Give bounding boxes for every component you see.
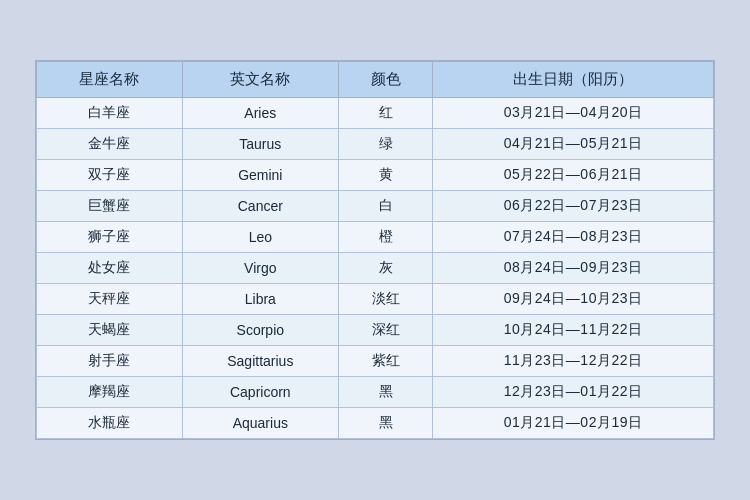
cell-dates: 05月22日—06月21日 bbox=[433, 160, 714, 191]
cell-dates: 06月22日—07月23日 bbox=[433, 191, 714, 222]
cell-dates: 11月23日—12月22日 bbox=[433, 346, 714, 377]
cell-chinese-name: 天秤座 bbox=[37, 284, 183, 315]
cell-dates: 04月21日—05月21日 bbox=[433, 129, 714, 160]
table-row: 处女座Virgo灰08月24日—09月23日 bbox=[37, 253, 714, 284]
cell-chinese-name: 射手座 bbox=[37, 346, 183, 377]
cell-dates: 10月24日—11月22日 bbox=[433, 315, 714, 346]
cell-dates: 01月21日—02月19日 bbox=[433, 408, 714, 439]
cell-english-name: Leo bbox=[182, 222, 338, 253]
cell-english-name: Virgo bbox=[182, 253, 338, 284]
cell-color: 黄 bbox=[338, 160, 432, 191]
cell-color: 白 bbox=[338, 191, 432, 222]
cell-english-name: Taurus bbox=[182, 129, 338, 160]
cell-color: 紫红 bbox=[338, 346, 432, 377]
cell-english-name: Aquarius bbox=[182, 408, 338, 439]
table-row: 白羊座Aries红03月21日—04月20日 bbox=[37, 98, 714, 129]
table-row: 天秤座Libra淡红09月24日—10月23日 bbox=[37, 284, 714, 315]
cell-english-name: Sagittarius bbox=[182, 346, 338, 377]
cell-dates: 08月24日—09月23日 bbox=[433, 253, 714, 284]
zodiac-table-container: 星座名称 英文名称 颜色 出生日期（阳历） 白羊座Aries红03月21日—04… bbox=[35, 60, 715, 440]
cell-english-name: Aries bbox=[182, 98, 338, 129]
cell-chinese-name: 摩羯座 bbox=[37, 377, 183, 408]
cell-chinese-name: 狮子座 bbox=[37, 222, 183, 253]
table-row: 摩羯座Capricorn黑12月23日—01月22日 bbox=[37, 377, 714, 408]
cell-chinese-name: 天蝎座 bbox=[37, 315, 183, 346]
header-chinese-name: 星座名称 bbox=[37, 62, 183, 98]
cell-english-name: Scorpio bbox=[182, 315, 338, 346]
cell-color: 绿 bbox=[338, 129, 432, 160]
cell-color: 深红 bbox=[338, 315, 432, 346]
cell-chinese-name: 处女座 bbox=[37, 253, 183, 284]
cell-english-name: Gemini bbox=[182, 160, 338, 191]
cell-chinese-name: 双子座 bbox=[37, 160, 183, 191]
cell-english-name: Capricorn bbox=[182, 377, 338, 408]
table-row: 双子座Gemini黄05月22日—06月21日 bbox=[37, 160, 714, 191]
header-birth-date: 出生日期（阳历） bbox=[433, 62, 714, 98]
table-row: 射手座Sagittarius紫红11月23日—12月22日 bbox=[37, 346, 714, 377]
cell-chinese-name: 巨蟹座 bbox=[37, 191, 183, 222]
cell-color: 灰 bbox=[338, 253, 432, 284]
header-color: 颜色 bbox=[338, 62, 432, 98]
cell-dates: 07月24日—08月23日 bbox=[433, 222, 714, 253]
cell-dates: 03月21日—04月20日 bbox=[433, 98, 714, 129]
table-row: 狮子座Leo橙07月24日—08月23日 bbox=[37, 222, 714, 253]
table-body: 白羊座Aries红03月21日—04月20日金牛座Taurus绿04月21日—0… bbox=[37, 98, 714, 439]
table-row: 水瓶座Aquarius黑01月21日—02月19日 bbox=[37, 408, 714, 439]
header-english-name: 英文名称 bbox=[182, 62, 338, 98]
zodiac-table: 星座名称 英文名称 颜色 出生日期（阳历） 白羊座Aries红03月21日—04… bbox=[36, 61, 714, 439]
table-row: 金牛座Taurus绿04月21日—05月21日 bbox=[37, 129, 714, 160]
cell-color: 淡红 bbox=[338, 284, 432, 315]
table-row: 巨蟹座Cancer白06月22日—07月23日 bbox=[37, 191, 714, 222]
cell-dates: 09月24日—10月23日 bbox=[433, 284, 714, 315]
cell-color: 红 bbox=[338, 98, 432, 129]
cell-color: 橙 bbox=[338, 222, 432, 253]
cell-english-name: Cancer bbox=[182, 191, 338, 222]
table-header-row: 星座名称 英文名称 颜色 出生日期（阳历） bbox=[37, 62, 714, 98]
cell-color: 黑 bbox=[338, 377, 432, 408]
table-row: 天蝎座Scorpio深红10月24日—11月22日 bbox=[37, 315, 714, 346]
cell-english-name: Libra bbox=[182, 284, 338, 315]
cell-color: 黑 bbox=[338, 408, 432, 439]
cell-dates: 12月23日—01月22日 bbox=[433, 377, 714, 408]
cell-chinese-name: 金牛座 bbox=[37, 129, 183, 160]
cell-chinese-name: 水瓶座 bbox=[37, 408, 183, 439]
cell-chinese-name: 白羊座 bbox=[37, 98, 183, 129]
